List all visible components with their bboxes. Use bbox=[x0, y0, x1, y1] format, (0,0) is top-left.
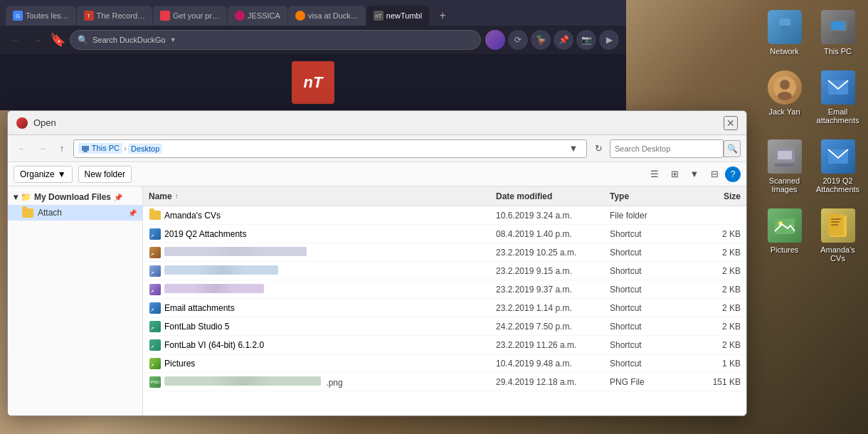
extension-icon-1[interactable]: ⟳ bbox=[508, 30, 528, 50]
panel-section-header[interactable]: ▾ 📁 My Download Files 📌 bbox=[8, 189, 142, 205]
svg-point-10 bbox=[778, 92, 792, 100]
browser-tab-1[interactable]: T The Record… bbox=[77, 6, 152, 26]
desktop-icon-row-3: Pictures Amanda's CVs bbox=[758, 206, 864, 265]
view-dropdown-button[interactable]: ▼ bbox=[685, 166, 704, 183]
expand-icon: ▾ bbox=[14, 192, 18, 202]
scanned-icon bbox=[768, 139, 802, 174]
table-row[interactable]: Amanda's CVs 10.6.2019 3.24 a.m. File fo… bbox=[143, 206, 746, 225]
file-size-6: 2 KB bbox=[689, 322, 746, 332]
user-avatar[interactable] bbox=[485, 30, 505, 50]
tab-add-button[interactable]: + bbox=[433, 6, 452, 26]
file-date-8: 10.4.2019 9.48 a.m. bbox=[490, 359, 604, 369]
desktop-icon-network[interactable]: Network bbox=[760, 7, 810, 58]
browser-tab-5[interactable]: nT newTumbl bbox=[366, 6, 429, 26]
pictures-svg bbox=[772, 213, 798, 238]
file-type-7: Shortcut bbox=[604, 340, 689, 350]
jackyan-icon bbox=[768, 70, 802, 105]
panel-item-attach[interactable]: Attach 📌 bbox=[8, 205, 142, 221]
refresh-button[interactable]: ↻ bbox=[590, 140, 607, 157]
address-input[interactable]: 🔍 Search DuckDuckGo ▼ bbox=[70, 30, 481, 50]
extension-icon-5[interactable]: ▶ bbox=[599, 30, 619, 50]
svg-rect-13 bbox=[778, 151, 792, 159]
jackyan-label: Jack Yan bbox=[768, 107, 800, 116]
organize-button[interactable]: Organize ▼ bbox=[14, 166, 73, 183]
svg-rect-14 bbox=[775, 164, 795, 166]
desktop-icon-amandacvs[interactable]: Amanda's CVs bbox=[813, 206, 863, 265]
table-row[interactable]: ↗ 2019 Q2 Attachments 08.4.2019 1.40 p.m… bbox=[143, 225, 746, 243]
computer-icon bbox=[81, 144, 90, 153]
browser-tab-0[interactable]: G Toutes les… bbox=[6, 6, 76, 26]
desktop-icon-thispc[interactable]: This PC bbox=[813, 7, 863, 58]
file-icon-3: ↗ bbox=[149, 265, 162, 277]
file-name-1: 2019 Q2 Attachments bbox=[162, 229, 490, 239]
address-bar[interactable]: This PC › Desktop ▼ bbox=[73, 139, 587, 158]
new-folder-button[interactable]: New folder bbox=[78, 166, 132, 183]
col-header-size[interactable]: Size bbox=[689, 191, 746, 201]
jackyan-svg bbox=[772, 75, 798, 100]
search-input[interactable] bbox=[610, 139, 724, 158]
up-button[interactable]: ↑ bbox=[53, 140, 70, 157]
col-header-date[interactable]: Date modified bbox=[490, 191, 604, 201]
amandacvs-svg bbox=[825, 213, 851, 238]
shortcut-shape-8: ↗ bbox=[149, 358, 161, 369]
emailattach-label: Email attachments bbox=[816, 107, 860, 125]
desktop-icon-emailattach[interactable]: Email attachments bbox=[813, 68, 863, 127]
browser-tab-3[interactable]: JESSICA bbox=[228, 6, 287, 26]
view-panel-button[interactable]: ⊟ bbox=[705, 166, 724, 183]
table-row[interactable]: ↗ FontLab VI (64-bit) 6.1.2.0 23.2.2019 … bbox=[143, 336, 746, 354]
tab-label-4: visa at Duck… bbox=[308, 11, 359, 20]
tab-favicon-0: G bbox=[13, 11, 23, 21]
table-row[interactable]: ↗ Email attachments 23.2.2019 1.14 p.m. … bbox=[143, 299, 746, 317]
browser-back-button[interactable]: ← bbox=[7, 31, 24, 48]
desktop-icon-pictures[interactable]: Pictures bbox=[760, 206, 810, 265]
back-button[interactable]: ← bbox=[14, 140, 31, 157]
browser-forward-button[interactable]: → bbox=[28, 31, 46, 48]
forward-button[interactable]: → bbox=[33, 140, 51, 157]
col-header-name[interactable]: Name ↑ bbox=[143, 191, 490, 201]
browser-tabbar: G Toutes les… T The Record… Get your pr…… bbox=[0, 0, 626, 26]
file-dialog: Open ✕ ← → ↑ This PC › Desktop ▼ ↻ bbox=[7, 110, 747, 416]
file-date-9: 29.4.2019 12.18 a.m. bbox=[490, 377, 604, 387]
browser-tab-4[interactable]: visa at Duck… bbox=[288, 6, 366, 26]
browser-tab-2[interactable]: Get your pr… bbox=[153, 6, 227, 26]
file-size-9: 151 KB bbox=[689, 377, 746, 387]
table-row[interactable]: ↗ FontLab Studio 5 24.2.2019 7.50 p.m. S… bbox=[143, 317, 746, 336]
file-name-3 bbox=[162, 265, 490, 277]
pictures-icon bbox=[768, 208, 802, 243]
table-row[interactable]: ↗ 23.2.2019 9.37 a.m. Shortcut 2 KB bbox=[143, 280, 746, 299]
shortcut-shape-1: ↗ bbox=[149, 228, 161, 240]
blurred-name-4 bbox=[164, 284, 264, 293]
desktop-icon-scanned[interactable]: Scanned Images bbox=[760, 137, 810, 196]
table-row[interactable]: ↗ Pictures 10.4.2019 9.48 a.m. Shortcut … bbox=[143, 354, 746, 373]
col-header-type[interactable]: Type bbox=[604, 191, 689, 201]
desktop-icon-q2attach[interactable]: 2019 Q2 Attachments bbox=[813, 137, 863, 196]
table-row[interactable]: ↗ 23.2.2019 9.15 a.m. Shortcut 2 KB bbox=[143, 262, 746, 280]
extension-icon-2[interactable]: 🦆 bbox=[531, 30, 551, 50]
desktop-icon-jackyan[interactable]: Jack Yan bbox=[760, 68, 810, 127]
address-breadcrumb: This PC › Desktop bbox=[78, 143, 162, 154]
breadcrumb-computer[interactable]: This PC bbox=[78, 143, 122, 154]
view-details-button[interactable]: ☰ bbox=[645, 166, 664, 183]
help-button[interactable]: ? bbox=[725, 166, 741, 182]
browser-toolbar-icons: ⟳ 🦆 📌 📷 ▶ bbox=[485, 30, 619, 50]
search-button[interactable]: 🔍 bbox=[724, 140, 741, 157]
file-type-1: Shortcut bbox=[604, 229, 689, 239]
extension-icon-4[interactable]: 📷 bbox=[576, 30, 596, 50]
file-type-6: Shortcut bbox=[604, 322, 689, 332]
table-row[interactable]: PNG .png 29.4.2019 12.18 a.m. PNG File 1… bbox=[143, 373, 746, 391]
file-icon-9: PNG bbox=[149, 376, 162, 388]
svg-rect-23 bbox=[82, 146, 89, 151]
dialog-close-button[interactable]: ✕ bbox=[724, 116, 738, 130]
view-list-button[interactable]: ⊞ bbox=[665, 166, 684, 183]
vivaldi-logo bbox=[16, 117, 28, 129]
table-row[interactable]: ↗ 23.2.2019 10.25 a.m. Shortcut 2 KB bbox=[143, 243, 746, 262]
svg-rect-1 bbox=[781, 26, 788, 30]
search-icon: 🔍 bbox=[78, 35, 88, 45]
address-dropdown-button[interactable]: ▼ bbox=[565, 140, 582, 157]
pin-icon: 📌 bbox=[114, 194, 122, 201]
breadcrumb-desktop[interactable]: Desktop bbox=[128, 144, 162, 154]
extension-icon-3[interactable]: 📌 bbox=[554, 30, 573, 50]
browser-window: G Toutes les… T The Record… Get your pr…… bbox=[0, 0, 626, 110]
file-type-4: Shortcut bbox=[604, 285, 689, 295]
svg-rect-22 bbox=[831, 224, 838, 226]
